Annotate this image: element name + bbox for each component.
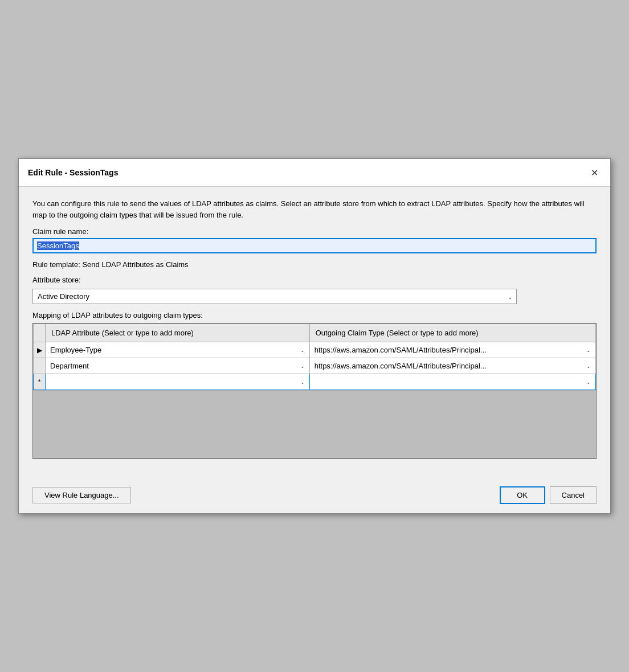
dialog-footer: View Rule Language... OK Cancel bbox=[19, 477, 610, 513]
new-claim-select[interactable] bbox=[311, 375, 594, 388]
attribute-store-select[interactable]: Active Directory bbox=[32, 289, 517, 304]
new-claim-cell: ⌄ bbox=[309, 374, 595, 390]
mapping-section: Mapping of LDAP attributes to outgoing c… bbox=[32, 311, 597, 459]
mapping-table-container: LDAP Attribute (Select or type to add mo… bbox=[32, 323, 597, 459]
claim-cell-2: https://aws.amazon.com/SAML/Attributes/P… bbox=[309, 358, 595, 374]
ldap-select-wrapper-1: Employee-Type ⌄ bbox=[47, 343, 308, 357]
claim-rule-name-section: Claim rule name: bbox=[32, 227, 597, 253]
row-indicator-2 bbox=[34, 358, 46, 374]
claim-cell-1: https://aws.amazon.com/SAML/Attributes/P… bbox=[309, 342, 595, 358]
header-indicator-cell bbox=[34, 324, 46, 342]
dialog-title: Edit Rule - SessionTags bbox=[28, 168, 118, 177]
description-text: You can configure this rule to send the … bbox=[32, 198, 597, 220]
claim-rule-name-input[interactable] bbox=[32, 238, 597, 253]
claim-select-2[interactable]: https://aws.amazon.com/SAML/Attributes/P… bbox=[311, 359, 594, 372]
outgoing-claim-header: Outgoing Claim Type (Select or type to a… bbox=[309, 324, 595, 342]
table-row: Department ⌄ https://aws.amazon.com/SAML… bbox=[34, 358, 596, 374]
close-button[interactable]: ✕ bbox=[587, 166, 601, 179]
mapping-label: Mapping of LDAP attributes to outgoing c… bbox=[32, 311, 597, 319]
title-bar: Edit Rule - SessionTags ✕ bbox=[19, 159, 610, 187]
new-ldap-select-wrapper: ⌄ bbox=[47, 375, 308, 388]
claim-select-wrapper-2: https://aws.amazon.com/SAML/Attributes/P… bbox=[311, 359, 594, 372]
view-rule-language-button[interactable]: View Rule Language... bbox=[32, 487, 131, 503]
table-row: ▶ Employee-Type ⌄ bbox=[34, 342, 596, 358]
new-ldap-cell: ⌄ bbox=[46, 374, 310, 390]
ldap-select-2[interactable]: Department bbox=[47, 359, 308, 372]
attribute-store-wrapper: Active Directory ⌄ bbox=[32, 289, 517, 304]
ldap-attribute-header: LDAP Attribute (Select or type to add mo… bbox=[46, 324, 310, 342]
footer-right-buttons: OK Cancel bbox=[500, 486, 597, 504]
edit-rule-dialog: Edit Rule - SessionTags ✕ You can config… bbox=[18, 158, 611, 514]
ldap-cell-2: Department ⌄ bbox=[46, 358, 310, 374]
table-new-row: * ⌄ bbox=[34, 374, 596, 390]
empty-table-area bbox=[33, 390, 596, 458]
table-header-row: LDAP Attribute (Select or type to add mo… bbox=[34, 324, 596, 342]
ldap-select-wrapper-2: Department ⌄ bbox=[47, 359, 308, 372]
new-ldap-select[interactable] bbox=[47, 375, 308, 388]
row-indicator-1: ▶ bbox=[34, 342, 46, 358]
dialog-body: You can configure this rule to send the … bbox=[19, 187, 610, 477]
attribute-store-label: Attribute store: bbox=[32, 276, 597, 284]
ldap-select-1[interactable]: Employee-Type bbox=[47, 343, 308, 357]
new-claim-select-wrapper: ⌄ bbox=[311, 375, 594, 388]
ldap-cell-1: Employee-Type ⌄ bbox=[46, 342, 310, 358]
mapping-table: LDAP Attribute (Select or type to add mo… bbox=[33, 323, 596, 390]
new-row-indicator: * bbox=[34, 374, 46, 390]
attribute-store-section: Attribute store: Active Directory ⌄ bbox=[32, 276, 597, 304]
cancel-button[interactable]: Cancel bbox=[550, 486, 597, 504]
claim-rule-name-label: Claim rule name: bbox=[32, 227, 597, 236]
claim-select-1[interactable]: https://aws.amazon.com/SAML/Attributes/P… bbox=[311, 343, 594, 357]
rule-template-text: Rule template: Send LDAP Attributes as C… bbox=[32, 260, 597, 269]
claim-select-wrapper-1: https://aws.amazon.com/SAML/Attributes/P… bbox=[311, 343, 594, 357]
ok-button[interactable]: OK bbox=[500, 486, 545, 504]
